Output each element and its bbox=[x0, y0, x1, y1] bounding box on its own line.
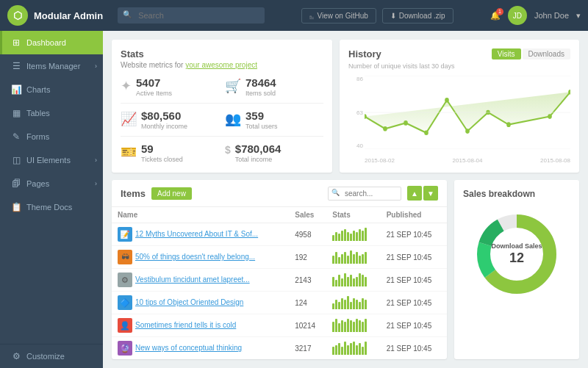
col-stats: Stats bbox=[326, 207, 380, 223]
item-sales-cell: 4958 bbox=[289, 223, 326, 246]
sidebar-item-pages[interactable]: 🗐 Pages › bbox=[0, 172, 103, 195]
mini-bar-segment bbox=[347, 345, 349, 356]
item-thumbnail: 👤 bbox=[118, 318, 132, 333]
sort-down-button[interactable]: ▼ bbox=[423, 186, 438, 201]
mini-bar-segment bbox=[338, 343, 340, 355]
avatar: JD bbox=[508, 6, 527, 25]
mini-bar-segment bbox=[356, 300, 358, 309]
download-button[interactable]: ⬇ Download .zip bbox=[382, 8, 453, 24]
user-dropdown-icon[interactable]: ▾ bbox=[576, 11, 581, 21]
mini-bar-segment bbox=[353, 231, 355, 241]
sidebar-item-items-manager[interactable]: ☰ Items Manager › bbox=[0, 54, 103, 78]
sidebar-item-ui-elements[interactable]: ◫ UI Elements › bbox=[0, 148, 103, 172]
total-income-value: $780,064 bbox=[235, 142, 282, 156]
search-wrap bbox=[118, 7, 265, 24]
brand: ⬡ Modular Admin bbox=[7, 5, 103, 26]
item-sales-cell: 124 bbox=[289, 292, 326, 314]
mini-bar-chart bbox=[332, 228, 374, 241]
item-stats-cell bbox=[326, 246, 380, 269]
mini-bar-segment bbox=[341, 298, 343, 309]
sidebar-label-tables: Tables bbox=[26, 109, 50, 118]
item-published-cell: 21 SEP 10:45 bbox=[381, 292, 447, 314]
mini-bar-segment bbox=[332, 303, 334, 309]
sidebar-label-ui-elements: UI Elements bbox=[26, 156, 71, 165]
svg-point-5 bbox=[465, 129, 470, 134]
item-stats-cell bbox=[326, 337, 380, 360]
svg-point-2 bbox=[404, 120, 408, 126]
github-icon: ⎁ bbox=[309, 12, 314, 20]
item-name-link[interactable]: Vestibulum tincidunt amet lapreet... bbox=[135, 275, 250, 284]
x-label-3: 2015-08-08 bbox=[540, 157, 570, 164]
mini-bar-segment bbox=[356, 252, 358, 264]
mini-bar-segment bbox=[353, 298, 355, 309]
mini-bar-chart bbox=[332, 273, 374, 286]
stats-title: Stats bbox=[121, 48, 323, 59]
item-thumbnail: 🕶 bbox=[118, 250, 132, 264]
github-button[interactable]: ⎁ View on GitHub bbox=[301, 8, 376, 24]
col-name: Name bbox=[112, 207, 289, 223]
sidebar-label-dashboard: Dashboard bbox=[26, 38, 66, 47]
item-sales-cell: 192 bbox=[289, 246, 326, 269]
mini-bar-segment bbox=[359, 256, 361, 264]
item-name-link[interactable]: Sometimes friend tells it is cold bbox=[135, 321, 236, 329]
mini-bar-segment bbox=[344, 300, 346, 309]
item-name-link[interactable]: 10 tips of Object Oriented Design bbox=[135, 298, 243, 306]
pages-icon: 🗐 bbox=[11, 178, 21, 189]
col-published: Published bbox=[381, 207, 447, 223]
donut-chart-wrap: Download Sales 12 bbox=[463, 206, 570, 302]
history-title: History bbox=[348, 48, 381, 59]
y-label-mid: 63 bbox=[348, 109, 363, 116]
mini-bar-segment bbox=[359, 273, 361, 286]
mini-bar-segment bbox=[365, 300, 367, 309]
tickets-icon: 🎫 bbox=[121, 144, 137, 160]
tickets-label: Tickets closed bbox=[141, 156, 183, 163]
mini-bar-chart bbox=[332, 319, 374, 332]
items-sold-label: Items sold bbox=[245, 90, 276, 97]
sort-up-button[interactable]: ▲ bbox=[407, 186, 422, 201]
svg-point-8 bbox=[548, 114, 552, 119]
sidebar-item-dashboard[interactable]: ⊞ Dashboard bbox=[0, 31, 103, 54]
items-search-input[interactable] bbox=[328, 187, 401, 201]
sidebar-item-charts[interactable]: 📊 Charts bbox=[0, 78, 103, 101]
item-stats-cell bbox=[326, 269, 380, 292]
download-icon: ⬇ bbox=[390, 12, 396, 20]
chevron-right-icon-3: › bbox=[95, 180, 97, 187]
mini-bar-segment bbox=[347, 319, 349, 332]
donut-value: 12 bbox=[491, 250, 542, 266]
add-new-button[interactable]: Add new bbox=[151, 187, 192, 200]
brand-name: Modular Admin bbox=[34, 10, 103, 21]
item-name-link[interactable]: 50% of things doesn't really belong... bbox=[135, 253, 255, 261]
sidebar-item-tables[interactable]: ▦ Tables bbox=[0, 101, 103, 125]
mini-bar-segment bbox=[356, 319, 358, 332]
stats-subtitle-link[interactable]: your awesome project bbox=[185, 61, 257, 69]
table-row: 🔮New ways of conceptual thinking321721 S… bbox=[112, 337, 447, 360]
stats-card: Stats Website metrics for your awesome p… bbox=[112, 40, 332, 173]
monthly-income-icon: 📈 bbox=[121, 111, 137, 127]
mini-bar-segment bbox=[335, 232, 337, 241]
search-input[interactable] bbox=[118, 7, 265, 24]
stat-items-sold: 🛒 78464 Items sold bbox=[225, 76, 323, 97]
mini-bar-chart bbox=[332, 296, 374, 309]
item-published-cell: 21 SEP 10:45 bbox=[381, 223, 447, 246]
mini-bar-segment bbox=[359, 229, 361, 241]
item-sales-cell: 3217 bbox=[289, 337, 326, 360]
sidebar-item-customize[interactable]: ⚙ Customize bbox=[0, 344, 103, 368]
item-name-link[interactable]: 12 Myths Uncovered About IT & Sof... bbox=[135, 230, 258, 238]
item-name-cell: 👤Sometimes friend tells it is cold bbox=[112, 314, 289, 337]
total-users-value: 359 bbox=[245, 109, 278, 123]
stats-subtitle-text: Website metrics for bbox=[121, 61, 183, 69]
sidebar-item-forms[interactable]: ✎ Forms bbox=[0, 125, 103, 148]
mini-bar-segment bbox=[362, 298, 364, 309]
notification-bell[interactable]: 🔔 1 bbox=[490, 11, 501, 21]
sidebar-item-theme-docs[interactable]: 📋 Theme Docs bbox=[0, 195, 103, 219]
items-table: Name Sales Stats Published 📝12 Myths Unc… bbox=[112, 207, 447, 359]
tab-visits[interactable]: Visits bbox=[492, 48, 521, 59]
sidebar: ⊞ Dashboard ☰ Items Manager › 📊 Charts ▦… bbox=[0, 31, 103, 368]
mini-bar-segment bbox=[335, 345, 337, 356]
mini-bar-chart bbox=[332, 342, 374, 355]
tab-downloads[interactable]: Downloads bbox=[523, 48, 570, 59]
svg-point-7 bbox=[506, 122, 511, 127]
mini-bar-segment bbox=[356, 277, 358, 287]
mini-bar-segment bbox=[335, 319, 337, 332]
item-name-link[interactable]: New ways of conceptual thinking bbox=[135, 344, 242, 352]
